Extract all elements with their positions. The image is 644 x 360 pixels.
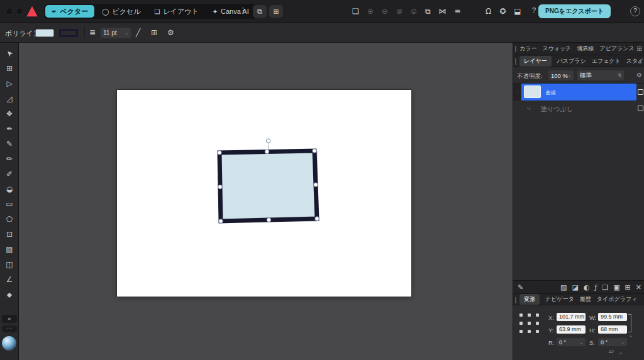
canvas-viewport[interactable] — [19, 43, 513, 360]
expand-tools-button[interactable]: » — [2, 315, 17, 323]
boolean-intersect-icon[interactable]: ⊗ — [396, 7, 402, 16]
corner-handle-tr[interactable] — [313, 149, 316, 153]
rectangle-tool[interactable]: ▭ — [3, 197, 16, 210]
pressure-profile-icon[interactable]: ⊞ — [151, 28, 157, 37]
tab-history[interactable]: 履歴 — [580, 295, 591, 303]
panel-grip[interactable] — [515, 58, 516, 65]
grid-options-button[interactable]: ⊞ — [269, 5, 283, 18]
boolean-add-icon[interactable]: ⊕ — [367, 7, 374, 16]
point-transform-tool[interactable]: ❖ — [3, 107, 16, 120]
stroke-color-swatch[interactable] — [59, 29, 78, 37]
panel-grip[interactable] — [515, 297, 516, 303]
node-pencil-tool[interactable]: ✎ — [3, 137, 16, 150]
transform-tool[interactable]: ⊞ — [3, 62, 16, 75]
h-field[interactable]: 68 mm — [598, 325, 627, 334]
anchor-point-selector[interactable] — [519, 314, 539, 333]
mask-icon[interactable]: ◪ — [572, 283, 578, 292]
move-tool[interactable]: ➤ — [3, 46, 16, 60]
color-picker-tool[interactable]: ⬥ — [3, 288, 16, 301]
delete-layer-icon[interactable]: ✕ — [636, 283, 641, 292]
boolean-divide-icon[interactable]: ⊜ — [411, 7, 417, 16]
stroke-width-icon[interactable]: ≣ — [89, 28, 96, 37]
tab-stroke[interactable]: 境界線 — [577, 45, 594, 53]
edge-handle-bottom[interactable] — [267, 218, 270, 222]
panel-grip[interactable] — [515, 46, 516, 52]
persona-tab-vector[interactable]: ✒ ベクター — [45, 5, 94, 18]
polyline-shape[interactable] — [219, 151, 317, 221]
adjustment-icon[interactable]: ◐ — [584, 283, 590, 292]
color-sphere[interactable] — [2, 336, 16, 351]
persona-tab-layout[interactable]: ❏ レイアウト — [148, 5, 204, 18]
layers-stack-icon[interactable]: ❏ — [352, 7, 359, 16]
vector-brush-tool[interactable]: ✐ — [3, 167, 16, 180]
stroke-style-icon[interactable]: ╱ — [136, 28, 140, 37]
more-tools-button[interactable]: ⋯ — [2, 325, 17, 332]
edge-handle-left[interactable] — [218, 185, 222, 188]
y-field[interactable]: 63.9 mm — [557, 325, 586, 334]
rotation-handle[interactable] — [266, 139, 270, 143]
w-field[interactable]: 99.5 mm — [598, 313, 627, 321]
blend-mode-field[interactable]: 標準 ⇅ — [577, 70, 624, 80]
persona-tab-pixel[interactable]: ◯ ピクセル — [96, 5, 147, 18]
shear-field[interactable]: 0 ° ⌄ — [598, 338, 627, 346]
help-badge[interactable]: ? — [630, 6, 640, 16]
tab-layers[interactable]: レイヤー — [519, 56, 552, 67]
aspect-link-icon[interactable] — [628, 314, 631, 332]
pen-tool[interactable]: ✒ — [3, 122, 16, 135]
edit-icon[interactable]: ✎ — [518, 283, 523, 292]
chevron-down-icon[interactable]: ⌄ — [619, 350, 623, 355]
more-menu-icon[interactable]: ⋮ — [239, 6, 247, 15]
place-image-icon[interactable]: ▨ — [560, 283, 567, 292]
assistant-icon[interactable]: ✪ — [499, 7, 506, 16]
fill-color-swatch[interactable] — [35, 29, 54, 37]
export-png-button[interactable]: PNGをエクスポート — [538, 4, 611, 18]
gear-icon[interactable]: ⚙ — [167, 28, 174, 37]
tab-transform[interactable]: 変形 — [519, 294, 540, 305]
persona-tab-canva-ai[interactable]: ✦ Canva AI — [206, 5, 255, 18]
corner-handle-bl[interactable] — [219, 219, 223, 223]
measure-tool[interactable]: ∠ — [3, 273, 16, 286]
flip-horizontal-icon[interactable]: ⋈ — [439, 7, 447, 16]
tab-appearance[interactable]: アピアランス — [599, 45, 634, 53]
stroke-width-field[interactable]: 11 pt ⌄ — [101, 28, 131, 38]
panel-options-icon[interactable]: ⊞ — [637, 45, 642, 52]
rotation-field[interactable]: 0 ° ⌄ — [557, 338, 586, 346]
pencil-tool[interactable]: ✏ — [3, 152, 16, 165]
new-layer-icon[interactable]: ❏ — [602, 283, 608, 292]
assets-icon[interactable]: ⊞ — [625, 283, 631, 292]
fill-sublayer-row[interactable]: ⤷ 塗りつぶし — [513, 101, 644, 116]
duplicate-icon[interactable]: ⧉ — [425, 7, 431, 16]
opacity-field[interactable]: 100 % ⌄ — [548, 70, 574, 80]
vector-crop-tool[interactable]: ◫ — [3, 258, 16, 271]
tab-color[interactable]: カラー — [519, 45, 536, 53]
boolean-subtract-icon[interactable]: ⊖ — [382, 7, 388, 16]
tab-path-brushes[interactable]: パスブラシ — [557, 57, 586, 65]
tab-effects[interactable]: エフェクト — [592, 57, 621, 65]
edge-handle-right[interactable] — [314, 183, 318, 187]
studio-preset-icon[interactable]: ⬓ — [514, 7, 521, 16]
window-close-button[interactable] — [6, 8, 13, 15]
tab-navigator[interactable]: ナビゲータ — [545, 295, 574, 303]
node-tool[interactable]: ▷ — [3, 77, 16, 90]
crop-tool[interactable]: ⊡ — [3, 227, 16, 241]
place-image-tool[interactable]: ▨ — [3, 243, 16, 256]
fx-icon[interactable]: ƒ — [594, 283, 597, 292]
tab-typography[interactable]: タイポグラフィ — [597, 295, 637, 303]
x-field[interactable]: 101.7 mm — [557, 313, 586, 321]
layer-thumbnail[interactable] — [524, 85, 541, 98]
corner-tool[interactable]: ◿ — [3, 92, 16, 105]
group-icon[interactable]: ▣ — [613, 283, 619, 292]
chevron-down-icon[interactable]: ⌄ — [637, 58, 642, 65]
tab-swatches[interactable]: スウォッチ — [542, 45, 571, 53]
corner-handle-br[interactable] — [315, 217, 319, 221]
shape-tool[interactable]: ⬠ — [3, 212, 16, 226]
snapping-icon[interactable]: Ω — [486, 7, 491, 16]
fill-visibility-checkbox[interactable] — [638, 106, 643, 111]
layer-row-highlight[interactable]: 曲線 — [521, 84, 636, 101]
insert-artboard-button[interactable]: ⧉ — [253, 5, 267, 18]
chevron-down-icon[interactable]: ⌄ — [629, 333, 633, 338]
window-minimize-button[interactable] — [16, 8, 23, 15]
gear-icon[interactable]: ⚙ — [636, 72, 642, 79]
shear-mode-icon[interactable]: ▱ — [609, 348, 614, 355]
layer-visibility-checkbox[interactable] — [638, 89, 643, 95]
